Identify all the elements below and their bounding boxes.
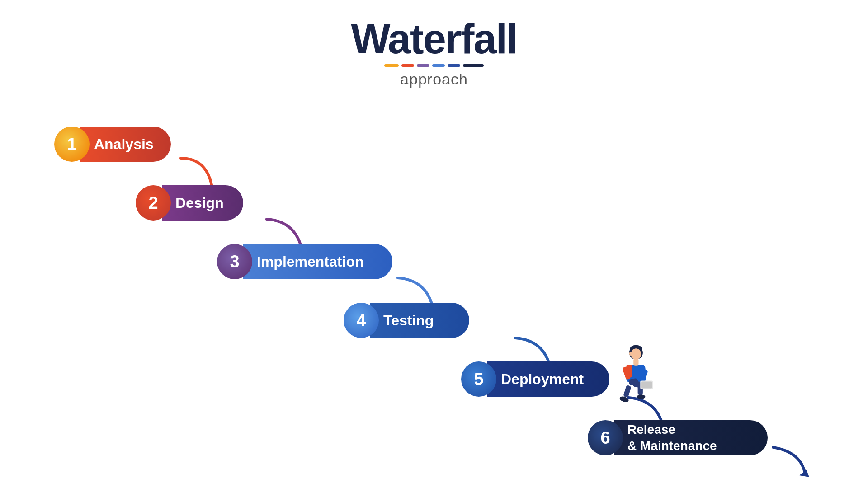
dec-darkblue — [448, 64, 460, 67]
dec-orange — [384, 64, 399, 67]
step-6-pill: 6 Release & Maintenance — [588, 420, 768, 455]
dec-darkest — [463, 64, 484, 67]
step-1-circle: 1 — [54, 127, 90, 162]
step-2-circle: 2 — [136, 185, 171, 221]
step-4-circle: 4 — [344, 303, 379, 338]
svg-rect-21 — [633, 359, 638, 366]
step-2-pill: 2 Design — [136, 185, 243, 221]
title-area: Waterfall approach — [0, 0, 868, 88]
step-3-pill: 3 Implementation — [217, 244, 392, 279]
dec-blue — [432, 64, 445, 67]
title-approach: approach — [0, 70, 868, 88]
step-4-pill: 4 Testing — [344, 303, 469, 338]
step-6-circle: 6 — [588, 420, 623, 455]
step-6-row: 6 Release & Maintenance — [588, 420, 768, 455]
step-6-label-line1: Release — [627, 422, 675, 438]
svg-point-8 — [629, 352, 633, 356]
dec-red — [401, 64, 414, 67]
step-3-label: Implementation — [243, 244, 392, 279]
step-2-label: Design — [162, 185, 243, 221]
step-6-label-line2: & Maintenance — [627, 438, 717, 454]
step-1-pill: 1 Analysis — [54, 127, 171, 162]
step-6-label: Release & Maintenance — [614, 420, 768, 455]
step-4-row: 4 Testing — [344, 303, 469, 338]
title-waterfall: Waterfall — [0, 18, 868, 60]
step-5-row: 5 Deployment — [461, 361, 609, 397]
dec-purple — [417, 64, 429, 67]
svg-rect-13 — [623, 385, 632, 398]
step-2-row: 2 Design — [136, 185, 243, 221]
step-3-circle: 3 — [217, 244, 252, 279]
step-4-label: Testing — [370, 303, 469, 338]
step-3-row: 3 Implementation — [217, 244, 392, 279]
person-illustration — [601, 343, 656, 411]
step-5-label: Deployment — [487, 361, 609, 397]
step-5-pill: 5 Deployment — [461, 361, 609, 397]
title-decoration — [0, 64, 868, 67]
step-5-circle: 5 — [461, 361, 496, 397]
svg-rect-20 — [641, 381, 652, 388]
step-1-label: Analysis — [80, 127, 171, 162]
svg-point-16 — [637, 394, 646, 399]
arrow-after-6 — [769, 443, 814, 479]
step-1-row: 1 Analysis — [54, 127, 171, 162]
